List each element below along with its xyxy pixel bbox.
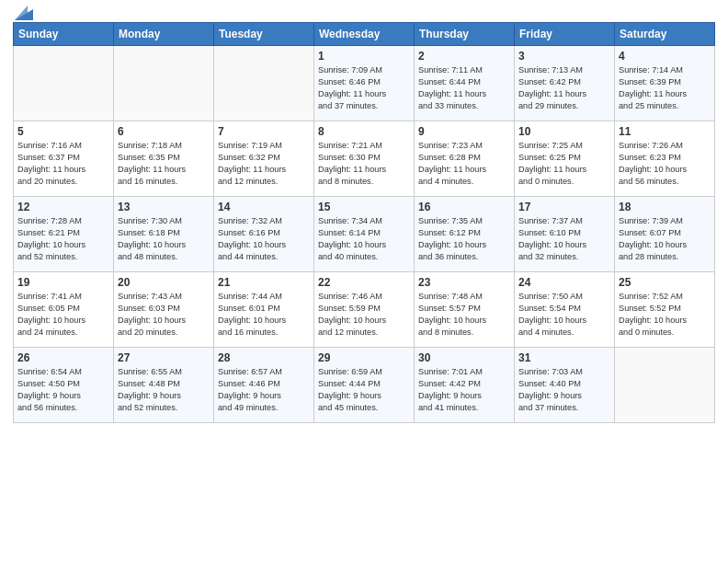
calendar-cell: 26Sunrise: 6:54 AM Sunset: 4:50 PM Dayli… <box>14 348 114 423</box>
day-number: 1 <box>318 50 410 63</box>
day-info: Sunrise: 7:14 AM Sunset: 6:39 PM Dayligh… <box>619 64 711 112</box>
calendar-cell: 1Sunrise: 7:09 AM Sunset: 6:46 PM Daylig… <box>314 46 415 121</box>
day-number: 10 <box>518 125 610 138</box>
calendar-cell: 8Sunrise: 7:21 AM Sunset: 6:30 PM Daylig… <box>314 121 415 197</box>
weekday-header: Friday <box>515 23 615 46</box>
day-info: Sunrise: 6:59 AM Sunset: 4:44 PM Dayligh… <box>318 366 410 414</box>
day-info: Sunrise: 7:35 AM Sunset: 6:12 PM Dayligh… <box>418 215 510 263</box>
day-number: 18 <box>619 201 711 213</box>
day-number: 26 <box>17 351 109 364</box>
calendar-cell <box>214 46 314 121</box>
calendar-week-row: 12Sunrise: 7:28 AM Sunset: 6:21 PM Dayli… <box>14 197 715 272</box>
day-info: Sunrise: 7:43 AM Sunset: 6:03 PM Dayligh… <box>118 291 210 339</box>
day-number: 31 <box>518 351 610 364</box>
day-number: 11 <box>619 125 711 138</box>
day-number: 20 <box>118 276 210 289</box>
weekday-header: Tuesday <box>214 23 314 46</box>
day-number: 6 <box>118 125 210 138</box>
day-number: 22 <box>318 276 410 289</box>
calendar-cell: 29Sunrise: 6:59 AM Sunset: 4:44 PM Dayli… <box>314 348 415 423</box>
day-info: Sunrise: 7:39 AM Sunset: 6:07 PM Dayligh… <box>619 215 711 263</box>
day-info: Sunrise: 6:57 AM Sunset: 4:46 PM Dayligh… <box>218 366 310 414</box>
weekday-header: Sunday <box>14 23 114 46</box>
day-number: 9 <box>418 125 510 138</box>
calendar-cell: 4Sunrise: 7:14 AM Sunset: 6:39 PM Daylig… <box>615 46 715 121</box>
calendar-cell <box>114 46 214 121</box>
day-number: 13 <box>118 201 210 213</box>
day-info: Sunrise: 6:54 AM Sunset: 4:50 PM Dayligh… <box>17 366 109 414</box>
day-number: 21 <box>218 276 310 289</box>
calendar-cell: 10Sunrise: 7:25 AM Sunset: 6:25 PM Dayli… <box>515 121 615 197</box>
weekday-header: Saturday <box>615 23 715 46</box>
day-number: 25 <box>619 276 711 289</box>
calendar-cell: 16Sunrise: 7:35 AM Sunset: 6:12 PM Dayli… <box>415 197 515 272</box>
day-info: Sunrise: 7:41 AM Sunset: 6:05 PM Dayligh… <box>17 291 109 339</box>
calendar-cell: 7Sunrise: 7:19 AM Sunset: 6:32 PM Daylig… <box>214 121 314 197</box>
calendar-cell: 15Sunrise: 7:34 AM Sunset: 6:14 PM Dayli… <box>314 197 415 272</box>
calendar-cell: 22Sunrise: 7:46 AM Sunset: 5:59 PM Dayli… <box>314 272 415 348</box>
day-number: 3 <box>518 50 610 63</box>
day-info: Sunrise: 7:16 AM Sunset: 6:37 PM Dayligh… <box>17 140 109 188</box>
day-info: Sunrise: 7:25 AM Sunset: 6:25 PM Dayligh… <box>518 140 610 188</box>
calendar-cell: 6Sunrise: 7:18 AM Sunset: 6:35 PM Daylig… <box>114 121 214 197</box>
day-number: 19 <box>17 276 109 289</box>
weekday-header: Monday <box>114 23 214 46</box>
calendar-cell <box>615 348 715 423</box>
day-number: 2 <box>418 50 510 63</box>
weekday-header: Thursday <box>415 23 515 46</box>
calendar-cell: 27Sunrise: 6:55 AM Sunset: 4:48 PM Dayli… <box>114 348 214 423</box>
day-number: 5 <box>17 125 109 138</box>
calendar-cell: 3Sunrise: 7:13 AM Sunset: 6:42 PM Daylig… <box>515 46 615 121</box>
day-info: Sunrise: 7:03 AM Sunset: 4:40 PM Dayligh… <box>518 366 610 414</box>
day-info: Sunrise: 7:32 AM Sunset: 6:16 PM Dayligh… <box>218 215 310 263</box>
day-info: Sunrise: 7:13 AM Sunset: 6:42 PM Dayligh… <box>518 64 610 112</box>
calendar-cell: 13Sunrise: 7:30 AM Sunset: 6:18 PM Dayli… <box>114 197 214 272</box>
calendar-cell: 19Sunrise: 7:41 AM Sunset: 6:05 PM Dayli… <box>14 272 114 348</box>
day-info: Sunrise: 7:46 AM Sunset: 5:59 PM Dayligh… <box>318 291 410 339</box>
day-info: Sunrise: 7:21 AM Sunset: 6:30 PM Dayligh… <box>318 140 410 188</box>
calendar-cell: 20Sunrise: 7:43 AM Sunset: 6:03 PM Dayli… <box>114 272 214 348</box>
day-info: Sunrise: 7:34 AM Sunset: 6:14 PM Dayligh… <box>318 215 410 263</box>
day-info: Sunrise: 7:19 AM Sunset: 6:32 PM Dayligh… <box>218 140 310 188</box>
day-number: 23 <box>418 276 510 289</box>
day-info: Sunrise: 7:01 AM Sunset: 4:42 PM Dayligh… <box>418 366 510 414</box>
day-info: Sunrise: 7:44 AM Sunset: 6:01 PM Dayligh… <box>218 291 310 339</box>
day-number: 15 <box>318 201 410 213</box>
day-number: 14 <box>218 201 310 213</box>
day-number: 30 <box>418 351 510 364</box>
day-info: Sunrise: 7:28 AM Sunset: 6:21 PM Dayligh… <box>17 215 109 263</box>
calendar-cell: 24Sunrise: 7:50 AM Sunset: 5:54 PM Dayli… <box>515 272 615 348</box>
day-number: 24 <box>518 276 610 289</box>
day-number: 16 <box>418 201 510 213</box>
logo-icon <box>15 6 33 20</box>
day-number: 28 <box>218 351 310 364</box>
calendar-cell: 5Sunrise: 7:16 AM Sunset: 6:37 PM Daylig… <box>14 121 114 197</box>
calendar-cell: 25Sunrise: 7:52 AM Sunset: 5:52 PM Dayli… <box>615 272 715 348</box>
calendar-week-row: 26Sunrise: 6:54 AM Sunset: 4:50 PM Dayli… <box>14 348 715 423</box>
svg-marker-1 <box>15 6 28 20</box>
day-info: Sunrise: 7:30 AM Sunset: 6:18 PM Dayligh… <box>118 215 210 263</box>
day-info: Sunrise: 7:09 AM Sunset: 6:46 PM Dayligh… <box>318 64 410 112</box>
day-number: 7 <box>218 125 310 138</box>
day-number: 29 <box>318 351 410 364</box>
day-number: 8 <box>318 125 410 138</box>
day-info: Sunrise: 7:37 AM Sunset: 6:10 PM Dayligh… <box>518 215 610 263</box>
day-number: 17 <box>518 201 610 213</box>
calendar-cell: 14Sunrise: 7:32 AM Sunset: 6:16 PM Dayli… <box>214 197 314 272</box>
calendar-cell: 18Sunrise: 7:39 AM Sunset: 6:07 PM Dayli… <box>615 197 715 272</box>
calendar-cell: 2Sunrise: 7:11 AM Sunset: 6:44 PM Daylig… <box>415 46 515 121</box>
day-info: Sunrise: 7:11 AM Sunset: 6:44 PM Dayligh… <box>418 64 510 112</box>
calendar-cell: 9Sunrise: 7:23 AM Sunset: 6:28 PM Daylig… <box>415 121 515 197</box>
calendar-week-row: 5Sunrise: 7:16 AM Sunset: 6:37 PM Daylig… <box>14 121 715 197</box>
day-info: Sunrise: 6:55 AM Sunset: 4:48 PM Dayligh… <box>118 366 210 414</box>
day-info: Sunrise: 7:18 AM Sunset: 6:35 PM Dayligh… <box>118 140 210 188</box>
day-info: Sunrise: 7:50 AM Sunset: 5:54 PM Dayligh… <box>518 291 610 339</box>
calendar-table: SundayMondayTuesdayWednesdayThursdayFrid… <box>13 22 715 423</box>
calendar-cell: 17Sunrise: 7:37 AM Sunset: 6:10 PM Dayli… <box>515 197 615 272</box>
day-info: Sunrise: 7:52 AM Sunset: 5:52 PM Dayligh… <box>619 291 711 339</box>
day-info: Sunrise: 7:26 AM Sunset: 6:23 PM Dayligh… <box>619 140 711 188</box>
weekday-header-row: SundayMondayTuesdayWednesdayThursdayFrid… <box>14 23 715 46</box>
calendar-cell: 30Sunrise: 7:01 AM Sunset: 4:42 PM Dayli… <box>415 348 515 423</box>
calendar-cell: 23Sunrise: 7:48 AM Sunset: 5:57 PM Dayli… <box>415 272 515 348</box>
calendar-cell: 28Sunrise: 6:57 AM Sunset: 4:46 PM Dayli… <box>214 348 314 423</box>
